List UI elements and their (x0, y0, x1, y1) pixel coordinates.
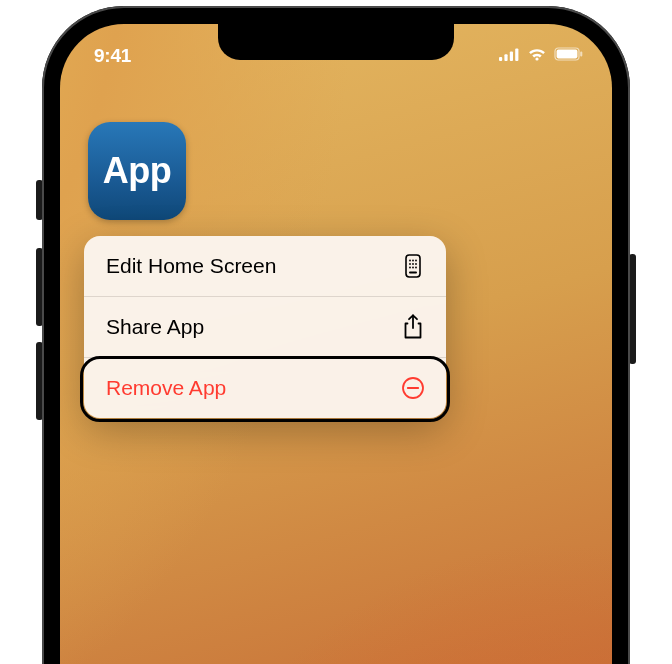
status-indicators (499, 47, 584, 65)
battery-icon (554, 47, 584, 65)
svg-rect-18 (409, 272, 417, 274)
phone-grid-icon (400, 253, 426, 279)
svg-point-17 (415, 267, 417, 269)
menu-item-share-app[interactable]: Share App (84, 296, 446, 357)
menu-item-edit-home-screen[interactable]: Edit Home Screen (84, 236, 446, 296)
menu-item-label: Share App (106, 315, 204, 339)
svg-rect-3 (515, 49, 518, 61)
svg-rect-0 (499, 57, 502, 61)
menu-item-label: Edit Home Screen (106, 254, 276, 278)
context-menu: Edit Home Screen Share App (84, 236, 446, 418)
svg-point-16 (412, 267, 414, 269)
cellular-signal-icon (499, 47, 520, 65)
svg-rect-2 (510, 51, 513, 61)
app-icon[interactable]: App (88, 122, 186, 220)
share-icon (400, 314, 426, 340)
svg-rect-1 (504, 54, 507, 61)
svg-point-13 (412, 263, 414, 265)
iphone-screen: 9:41 (60, 24, 612, 664)
svg-point-14 (415, 263, 417, 265)
wifi-icon (527, 47, 547, 65)
svg-point-12 (409, 263, 411, 265)
svg-rect-6 (557, 50, 578, 59)
remove-circle-icon (400, 375, 426, 401)
svg-point-9 (409, 260, 411, 262)
menu-item-remove-app[interactable]: Remove App (84, 357, 446, 418)
svg-point-10 (412, 260, 414, 262)
notch (218, 24, 454, 60)
power-button (629, 254, 636, 364)
app-icon-label: App (103, 150, 171, 192)
svg-point-4 (535, 57, 538, 60)
svg-point-11 (415, 260, 417, 262)
menu-item-label: Remove App (106, 376, 226, 400)
svg-rect-7 (580, 52, 582, 57)
iphone-frame: 9:41 (42, 6, 630, 664)
status-time: 9:41 (94, 45, 131, 67)
svg-point-15 (409, 267, 411, 269)
svg-rect-8 (406, 255, 420, 277)
